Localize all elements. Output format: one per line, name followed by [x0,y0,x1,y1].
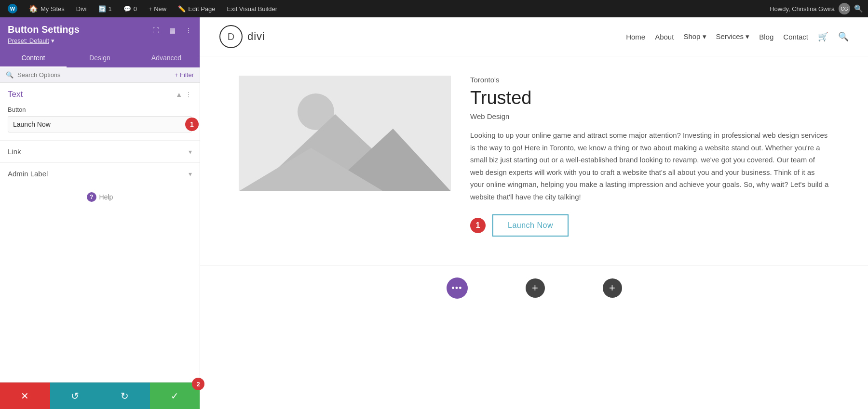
preview-image [239,76,451,191]
link-section[interactable]: Link ▾ [0,140,200,162]
cart-icon[interactable]: 🛒 [818,31,828,42]
preview-bottom-controls: ••• + + [200,265,868,310]
preview-title: Trusted [470,88,829,108]
wp-icon: W [8,4,17,13]
text-section-title: Text [8,90,23,99]
link-chevron: ▾ [189,148,192,156]
search-input[interactable] [17,71,171,79]
edit-page-item[interactable]: ✏️ Edit Page [175,0,218,17]
plus-icon-2: + [609,283,615,293]
tab-advanced[interactable]: Advanced [133,49,200,67]
more-icon[interactable]: ⋮ [182,24,195,37]
preview-area: D divi Home About Shop ▾ Services ▾ Blog… [200,17,868,409]
pencil-icon: ✏️ [178,5,186,13]
logo-circle: D [219,25,243,48]
save-wrap: ✓ 2 [150,383,200,409]
nav-shop[interactable]: Shop ▾ [683,32,706,41]
tab-design[interactable]: Design [67,49,133,67]
admin-label-chevron: ▾ [189,170,192,178]
panel-body: Text ▲ ⋮ Button 1 Link ▾ [0,83,200,382]
my-sites-label: My Sites [41,5,65,13]
help-icon: ? [87,192,96,202]
save-badge: 2 [192,378,204,390]
comments-item[interactable]: 🔄 1 [95,0,115,17]
button-field-group: Button 1 [0,104,200,140]
cancel-button[interactable]: ✕ [0,383,50,409]
tab-content[interactable]: Content [0,49,67,67]
add-section-button-2[interactable]: + [603,278,622,298]
dots-icon: ••• [452,283,462,293]
collapse-icon[interactable]: ▲ [176,91,182,98]
nav-about[interactable]: About [655,33,674,41]
search-bar: 🔍 + Filter [0,67,200,83]
preview-text-content: Toronto's Trusted Web Design Looking to … [470,76,829,237]
mountain-svg [239,76,451,191]
comment-count: 0 [134,5,137,13]
my-sites-item[interactable]: 🏠 My Sites [26,0,68,17]
panel-tabs: Content Design Advanced [0,49,200,67]
left-panel: Button Settings Preset: Default ▾ ⛶ ▦ ⋮ … [0,17,200,409]
help-button[interactable]: ? Help [0,185,200,210]
preset-label: Preset: Default [8,37,49,44]
house-icon: 🏠 [29,4,38,13]
logo-d: D [228,31,234,42]
panel-preset[interactable]: Preset: Default ▾ [8,37,192,44]
exit-builder-label: Exit Visual Builder [227,5,278,13]
redo-button[interactable]: ↻ [100,383,150,409]
link-section-title: Link [8,147,21,156]
nav-contact[interactable]: Contact [783,33,808,41]
divi-item[interactable]: Divi [73,0,90,17]
section-options-button[interactable]: ••• [447,277,468,299]
button-text-input[interactable] [8,116,192,132]
site-nav: D divi Home About Shop ▾ Services ▾ Blog… [200,17,868,56]
help-label: Help [99,193,113,201]
undo-button[interactable]: ↺ [50,383,100,409]
admin-search-icon[interactable]: 🔍 [854,4,863,13]
filter-button[interactable]: + Filter [175,71,194,79]
fullscreen-icon[interactable]: ⛶ [149,24,162,37]
howdy-text: Howdy, Christina Gwira [770,5,835,13]
admin-label-title: Admin Label [8,170,48,178]
avatar[interactable]: CG [839,3,850,14]
preview-body: Looking to up your online game and attra… [470,129,829,203]
options-icon[interactable]: ⋮ [185,91,192,98]
section-icons: ▲ ⋮ [176,91,192,98]
wp-admin-bar: W 🏠 My Sites Divi 🔄 1 💬 0 + New ✏️ Edit … [0,0,868,17]
preview-button-badge: 1 [470,218,486,233]
nav-home[interactable]: Home [626,33,645,41]
exit-builder-item[interactable]: Exit Visual Builder [224,0,281,17]
comment-bubble-item[interactable]: 💬 0 [121,0,140,17]
nav-services[interactable]: Services ▾ [716,32,750,41]
add-section-button-1[interactable]: + [526,278,545,298]
site-logo: D divi [219,25,265,48]
launch-now-button[interactable]: Launch Now [492,214,569,237]
text-section-header: Text ▲ ⋮ [0,83,200,104]
divi-label: Divi [76,5,87,13]
bar-right: Howdy, Christina Gwira CG 🔍 [770,3,863,14]
nav-links: Home About Shop ▾ Services ▾ Blog Contac… [626,31,849,42]
nav-blog[interactable]: Blog [759,33,773,41]
admin-label-section[interactable]: Admin Label ▾ [0,162,200,185]
search-icon-nav[interactable]: 🔍 [838,31,849,42]
preview-content: Toronto's Trusted Web Design Looking to … [200,56,868,256]
layout-icon[interactable]: ▦ [166,24,178,37]
button-badge: 1 [185,118,199,131]
button-field-label: Button [8,106,192,113]
comments-count: 1 [108,5,112,13]
button-input-wrap: 1 [8,116,192,132]
search-icon: 🔍 [6,71,14,79]
preview-subtitle: Toronto's [470,76,829,84]
preview-button-wrap: 1 Launch Now [470,214,829,237]
logo-name: divi [247,30,265,43]
wp-logo[interactable]: W [5,0,20,17]
comments-icon: 🔄 [98,5,106,13]
panel-header: Button Settings Preset: Default ▾ ⛶ ▦ ⋮ [0,17,200,49]
main-layout: Button Settings Preset: Default ▾ ⛶ ▦ ⋮ … [0,17,868,409]
panel-top-buttons: ⛶ ▦ ⋮ [149,24,195,37]
bottom-action-bar: ✕ ↺ ↻ ✓ 2 [0,382,200,409]
new-label: + New [149,5,166,13]
bubble-icon: 💬 [123,5,131,13]
plus-icon-1: + [532,283,538,293]
new-item[interactable]: + New [146,0,169,17]
filter-label: + Filter [175,71,194,79]
